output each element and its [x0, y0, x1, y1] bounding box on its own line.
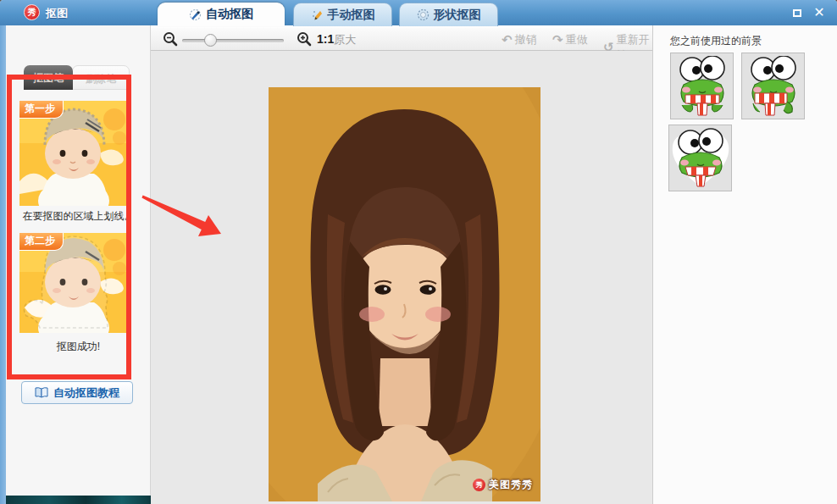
- undo-icon: ↶: [502, 32, 513, 47]
- watermark-text: 美图秀秀: [489, 478, 533, 492]
- frog-illustration: [745, 56, 802, 117]
- book-icon: [35, 387, 48, 398]
- tutorial-sidebar: 抠图笔 删除笔: [6, 25, 151, 504]
- step1-caption: 在要抠图的区域上划线。: [6, 209, 151, 224]
- undo-button[interactable]: ↶ 撤销: [502, 32, 537, 47]
- tutorial-button-label: 自动抠图教程: [53, 385, 119, 401]
- tab-label: 形状抠图: [434, 8, 481, 23]
- window-title: 抠图: [46, 6, 68, 21]
- maximize-button[interactable]: [790, 6, 805, 19]
- meitu-watermark: 秀 美图秀秀: [473, 478, 533, 492]
- zoom-slider[interactable]: [182, 39, 284, 42]
- window-left-border: [0, 25, 6, 504]
- step1-badge: 第一步: [19, 101, 64, 119]
- zoom-in-icon[interactable]: [297, 31, 312, 47]
- foreground-thumbnail-frog-2[interactable]: [741, 53, 805, 119]
- frog-in-heart-illustration: [671, 127, 730, 190]
- close-button[interactable]: ✕: [812, 6, 827, 19]
- promo-banner[interactable]: [6, 496, 151, 504]
- step2-badge: 第二步: [19, 233, 64, 251]
- canvas-toolbar: 1:1原大 ↶ 撤销 ↷ 重做 ↺ 重新开始: [151, 28, 652, 51]
- tab-manual-cutout[interactable]: 手动抠图: [293, 3, 392, 26]
- foreground-history-panel: 您之前使用过的前景: [652, 25, 837, 504]
- cutout-dialog-window: 秀 抠图 ✕ 自动抠图 手动抠图 形状抠图 抠图笔 删除笔: [0, 0, 837, 504]
- tab-label: 自动抠图: [206, 7, 253, 22]
- zoom-ratio-value: 1:1: [317, 32, 334, 46]
- sidebar-tab-delete-pen[interactable]: 删除笔: [72, 65, 130, 90]
- redo-label: 重做: [566, 32, 588, 47]
- meitu-logo-icon: 秀: [473, 479, 485, 491]
- zoom-slider-handle[interactable]: [204, 34, 217, 47]
- redo-button[interactable]: ↷ 重做: [552, 32, 588, 47]
- step2-caption: 抠图成功!: [6, 340, 151, 354]
- photo-being-edited[interactable]: 秀 美图秀秀: [269, 87, 540, 501]
- zoom-ratio-suffix: 原大: [334, 33, 356, 46]
- manual-cutout-pen-icon: [311, 8, 324, 21]
- foreground-history-header: 您之前使用过的前景: [670, 34, 762, 48]
- auto-cutout-tutorial-button[interactable]: 自动抠图教程: [21, 381, 133, 404]
- woman-portrait: [269, 87, 540, 501]
- foreground-thumbnail-frog-heart[interactable]: [668, 125, 732, 191]
- tab-auto-cutout[interactable]: 自动抠图: [158, 3, 285, 26]
- tab-label: 手动抠图: [328, 8, 375, 23]
- foreground-thumbnail-frog-1[interactable]: [670, 53, 734, 119]
- editing-canvas: 秀 美图秀秀: [151, 51, 652, 504]
- shape-cutout-icon: [417, 8, 430, 21]
- actual-size-button[interactable]: 1:1原大: [317, 32, 356, 47]
- undo-label: 撤销: [515, 32, 537, 47]
- frog-illustration: [673, 56, 731, 117]
- zoom-out-icon[interactable]: [163, 31, 178, 47]
- app-logo-icon: 秀: [24, 4, 40, 20]
- tab-shape-cutout[interactable]: 形状抠图: [399, 3, 498, 26]
- auto-cutout-brush-icon: [189, 8, 202, 21]
- sidebar-tab-cutout-pen[interactable]: 抠图笔: [24, 65, 73, 90]
- redo-icon: ↷: [552, 32, 563, 47]
